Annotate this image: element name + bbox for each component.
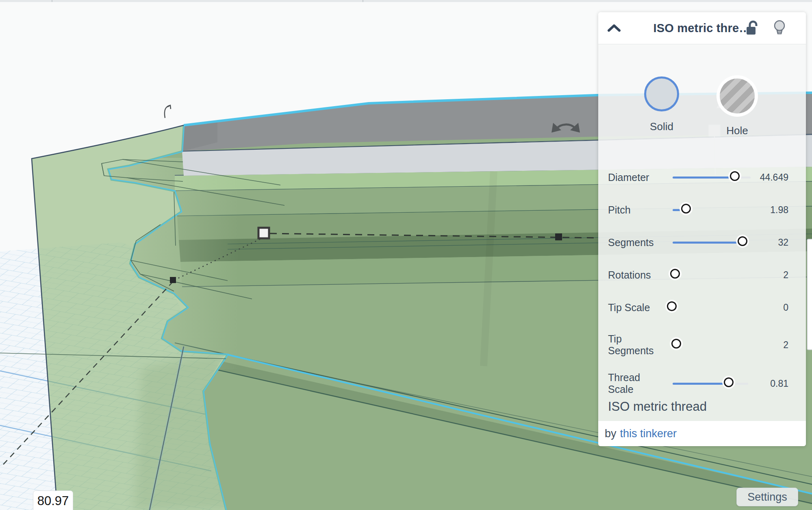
thread-scale-slider[interactable] xyxy=(673,377,754,390)
midpoint-handle[interactable] xyxy=(258,228,269,238)
slider-value: 0.81 xyxy=(770,378,788,389)
dimension-value-label[interactable]: 80.97 xyxy=(33,490,73,510)
tip-scale-slider[interactable] xyxy=(673,301,754,314)
pitch-slider[interactable] xyxy=(673,204,754,216)
settings-button[interactable]: Settings xyxy=(736,488,798,506)
ruler-point-handle-2[interactable] xyxy=(170,277,176,283)
slider-label: Segments xyxy=(608,237,664,248)
toolbar-edge-strip xyxy=(0,0,812,2)
rotations-slider-knob[interactable] xyxy=(670,269,680,279)
slider-row-diameter: Diameter 44.649 xyxy=(598,169,806,185)
slider-value: 2 xyxy=(783,270,788,281)
lock-toggle-button[interactable] xyxy=(743,12,762,44)
hint-button[interactable] xyxy=(770,12,789,44)
slider-label: Thread Scale xyxy=(608,372,664,395)
slider-row-pitch: Pitch 1.98 xyxy=(598,202,806,218)
right-edge-panel-sliver xyxy=(807,239,812,350)
hole-option[interactable]: Hole xyxy=(705,76,770,137)
slider-value: 0 xyxy=(783,302,788,313)
diameter-slider-knob[interactable] xyxy=(730,171,740,181)
shape-properties-panel: ISO metric thre… Solid Hole Diameter xyxy=(598,12,806,446)
unlock-icon xyxy=(746,20,760,36)
toolbar-divider-tick xyxy=(363,0,363,2)
segments-slider-knob[interactable] xyxy=(738,236,747,246)
pitch-slider-knob[interactable] xyxy=(681,204,691,214)
rotations-slider[interactable] xyxy=(673,269,754,281)
slider-label: Diameter xyxy=(608,172,664,183)
toolbar-divider-tick xyxy=(52,0,52,2)
shape-type-selector: Solid Hole xyxy=(598,65,806,134)
panel-header: ISO metric thre… xyxy=(598,12,806,44)
diameter-slider[interactable] xyxy=(673,171,754,183)
slider-value: 32 xyxy=(778,237,788,248)
slider-row-segments: Segments 32 xyxy=(598,234,806,251)
panel-footer: by this tinkerer xyxy=(598,421,806,446)
segments-slider[interactable] xyxy=(673,236,754,248)
slider-row-thread-scale: Thread Scale 0.81 xyxy=(598,375,806,392)
slider-row-rotations: Rotations 2 xyxy=(598,267,806,283)
slider-label: Pitch xyxy=(608,204,664,216)
solid-swatch xyxy=(644,76,679,111)
thread-scale-slider-knob[interactable] xyxy=(724,377,734,387)
slider-value: 44.649 xyxy=(760,172,788,183)
solid-option[interactable]: Solid xyxy=(629,76,694,133)
slider-value: 1.98 xyxy=(770,205,788,216)
hole-label: Hole xyxy=(705,124,770,137)
slider-label: Tip Segments xyxy=(608,333,656,357)
slider-row-tip-segments: Tip Segments 2 xyxy=(598,332,806,358)
tip-segments-slider[interactable] xyxy=(673,339,754,351)
byline-link[interactable]: this tinkerer xyxy=(620,427,677,440)
ruler-point-handle[interactable] xyxy=(555,233,562,240)
tip-scale-slider-knob[interactable] xyxy=(667,301,677,311)
byline-prefix: by xyxy=(605,427,617,440)
shape-name-title: ISO metric thread xyxy=(608,399,707,414)
slider-row-tip-scale: Tip Scale 0 xyxy=(598,299,806,316)
slider-value: 2 xyxy=(783,340,788,351)
lightbulb-icon xyxy=(773,20,786,36)
slider-label: Rotations xyxy=(608,269,664,281)
tip-segments-slider-knob[interactable] xyxy=(671,339,681,349)
hole-swatch xyxy=(720,78,755,113)
solid-label: Solid xyxy=(629,120,694,133)
slider-label: Tip Scale xyxy=(608,302,664,314)
